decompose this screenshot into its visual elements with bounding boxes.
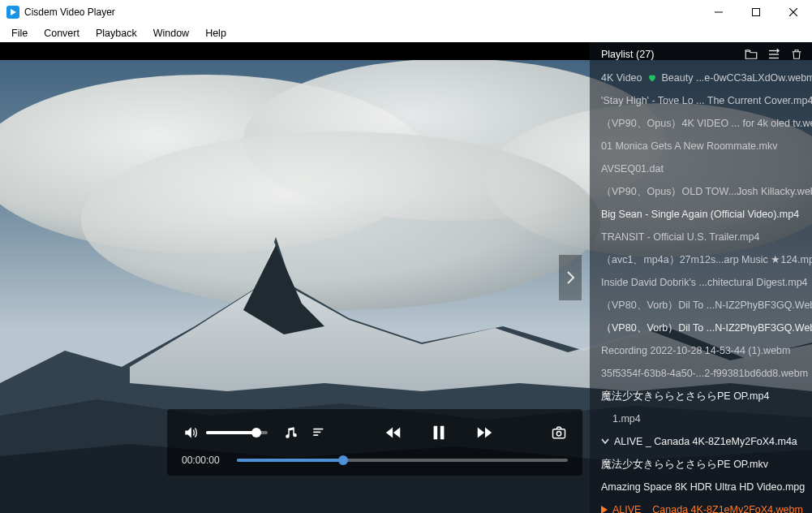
playlist-item[interactable]: Big Sean - Single Again (Official Video)… [590, 203, 812, 226]
playlist-item-label: ALIVE _ Canada 4K-8Z1eMy2FoX4.m4a [614, 436, 797, 447]
playlist-item-label: Inside David Dobrik's ...chitectural Dig… [601, 277, 808, 288]
window-title-bar: Cisdem Video Player [0, 0, 812, 24]
playlist-item-label: 35f5354f-63b8-4a50-...2-f99381bd6dd8.web… [601, 368, 808, 379]
svg-point-11 [81, 131, 600, 310]
playlist-item-label: 01 Monica Gets A New Roommate.mkv [601, 140, 777, 152]
playlist-item[interactable]: 35f5354f-63b8-4a50-...2-f99381bd6dd8.web… [590, 362, 812, 385]
app-icon [6, 6, 19, 19]
playlist-item[interactable]: 'Stay High' - Tove Lo ... The Current Co… [590, 89, 812, 112]
playlist-item-label: （VP90、Opus）OLD TOW...Josh Killacky.webm [601, 185, 812, 199]
playlist-open-folder-icon[interactable] [744, 47, 758, 62]
playlist-item[interactable]: 魔法少女きららとさららPE OP.mkv [590, 453, 812, 476]
menu-window[interactable]: Window [145, 26, 197, 41]
svg-marker-17 [393, 428, 400, 438]
playlist-item-prefix: 4K Video [601, 72, 642, 84]
now-playing-icon [601, 506, 608, 513]
playlist-item-label: TRANSIT - Official U.S. Trailer.mp4 [601, 231, 759, 243]
playlist-item-label: Amazing Space 8K HDR Ultra HD Video.mpg [601, 481, 805, 493]
window-close-button[interactable] [775, 0, 812, 24]
playlist-toggle-icon[interactable] [310, 424, 328, 442]
playlist-item-label: Recording 2022-10-28 14-53-44 (1).webm [601, 345, 790, 356]
volume-icon[interactable] [182, 424, 200, 442]
svg-marker-27 [601, 506, 608, 513]
seek-bar[interactable] [237, 459, 568, 462]
window-maximize-button[interactable] [737, 0, 775, 24]
playlist-item-label: 魔法少女きららとさららPE OP.mp4 [601, 390, 769, 403]
playlist-sort-icon[interactable] [767, 47, 781, 62]
next-overlay-button[interactable] [559, 255, 582, 300]
playlist-item[interactable]: Amazing Space 8K HDR Ultra HD Video.mpg [590, 476, 812, 498]
player-controls: 00:00:00 [167, 409, 582, 476]
svg-rect-22 [553, 429, 565, 438]
playlist-item[interactable]: AVSEQ01.dat [590, 157, 812, 180]
menu-bar: File Convert Playback Window Help [0, 24, 812, 42]
playlist-item[interactable]: Recording 2022-10-28 14-53-44 (1).webm [590, 339, 812, 362]
playlist-item[interactable]: 4K VideoBeauty ...e-0wCC3aLXdOw.webm [590, 67, 812, 89]
playlist-item-label: （VP80、Vorb）Dil To ...N-IZ2PhyBF3GQ.WebM [601, 299, 812, 313]
snapshot-button[interactable] [550, 424, 568, 442]
playlist-delete-icon[interactable] [789, 47, 804, 62]
svg-rect-14 [313, 432, 320, 433]
playlist-item[interactable]: （VP80、Vorb）Dil To ...N-IZ2PhyBF3GQ.WebM [590, 294, 812, 317]
playlist-item-label: 'Stay High' - Tove Lo ... The Current Co… [601, 95, 812, 106]
playlist-item-label: （VP80、Vorb）Dil To ...N-IZ2PhyBF3GQ.WebM [601, 321, 812, 335]
svg-marker-16 [386, 428, 393, 438]
playlist-item[interactable]: 魔法少女きららとさららPE OP.mp4 [590, 385, 812, 407]
volume-slider[interactable] [206, 431, 268, 434]
svg-rect-19 [440, 426, 445, 440]
rewind-button[interactable] [385, 424, 402, 442]
playlist-item-label: AVSEQ01.dat [601, 163, 664, 175]
menu-file[interactable]: File [3, 26, 36, 41]
playlist-item-label: （VP90、Opus）4K VIDEO ... for 4k oled tv.w… [601, 117, 812, 131]
playlist-panel: Playlist (27) 4K VideoBeauty ...e-0wCC3a… [590, 42, 812, 513]
playlist-item-label: 1.mp4 [612, 413, 641, 425]
playlist-item[interactable]: ALIVE _ Canada 4K-8Z1eMy2FoX4.webm [590, 498, 812, 513]
playlist-item[interactable]: （VP80、Vorb）Dil To ...N-IZ2PhyBF3GQ.WebM [590, 317, 812, 339]
heart-icon [647, 73, 657, 83]
svg-rect-15 [313, 434, 318, 436]
playlist-item-label: ALIVE _ Canada 4K-8Z1eMy2FoX4.webm [612, 504, 803, 513]
playlist-item[interactable]: （VP90、Opus）4K VIDEO ... for 4k oled tv.w… [590, 112, 812, 135]
playlist-title: Playlist (27) [601, 49, 654, 60]
playlist-item-label: Big Sean - Single Again (Official Video)… [601, 209, 799, 220]
svg-rect-3 [753, 9, 760, 16]
time-current: 00:00:00 [182, 455, 227, 466]
menu-help[interactable]: Help [197, 26, 234, 41]
svg-rect-13 [313, 429, 323, 430]
menu-playback[interactable]: Playback [88, 26, 145, 41]
svg-rect-18 [434, 426, 438, 440]
menu-convert[interactable]: Convert [36, 26, 88, 41]
playlist-items: 4K VideoBeauty ...e-0wCC3aLXdOw.webm'Sta… [590, 67, 812, 513]
window-title: Cisdem Video Player [24, 6, 115, 18]
window-minimize-button[interactable] [700, 0, 737, 24]
playlist-item[interactable]: ALIVE _ Canada 4K-8Z1eMy2FoX4.m4a [590, 430, 812, 453]
playlist-item[interactable]: 01 Monica Gets A New Roommate.mkv [590, 135, 812, 157]
playlist-header: Playlist (27) [590, 42, 812, 67]
chevron-down-icon [601, 438, 609, 445]
fast-forward-button[interactable] [475, 424, 493, 442]
playlist-item[interactable]: 1.mp4 [590, 407, 812, 430]
playlist-item[interactable]: Inside David Dobrik's ...chitectural Dig… [590, 271, 812, 294]
playlist-item-label: （avc1、mp4a）27m12s...arp Music ★124.mp4 [601, 253, 812, 267]
svg-marker-21 [485, 428, 492, 438]
playlist-item[interactable]: （avc1、mp4a）27m12s...arp Music ★124.mp4 [590, 248, 812, 271]
svg-point-23 [556, 432, 561, 436]
player-area: 00:00:00 Playlist (27) 4K VideoB [0, 42, 812, 513]
svg-marker-20 [478, 428, 484, 438]
playlist-item-label: 魔法少女きららとさららPE OP.mkv [601, 458, 768, 472]
play-pause-button[interactable] [430, 424, 448, 442]
playlist-item[interactable]: TRANSIT - Official U.S. Trailer.mp4 [590, 226, 812, 248]
playlist-item-label: Beauty ...e-0wCC3aLXdOw.webm [662, 72, 812, 84]
audio-track-icon[interactable] [282, 424, 300, 442]
playlist-item[interactable]: （VP90、Opus）OLD TOW...Josh Killacky.webm [590, 180, 812, 203]
